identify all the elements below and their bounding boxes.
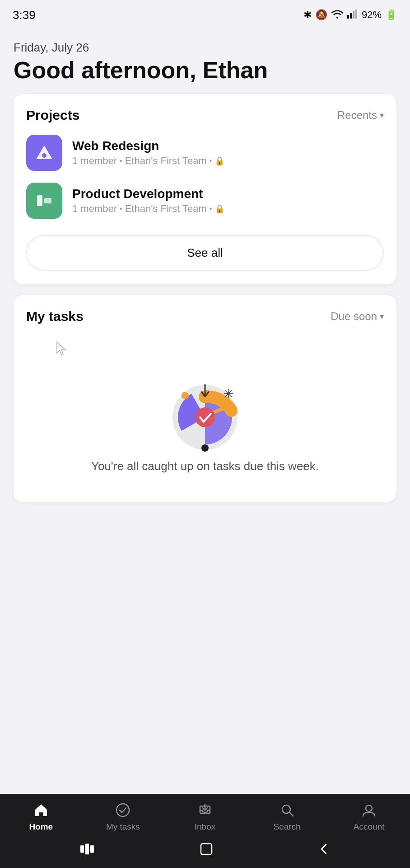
svg-rect-20 (85, 844, 89, 854)
recent-apps-button[interactable] (80, 844, 94, 854)
svg-point-10 (182, 392, 189, 399)
nav-label-search: Search (273, 822, 300, 832)
nav-item-inbox[interactable]: Inbox (164, 801, 246, 832)
nav-label-my-tasks: My tasks (106, 822, 140, 832)
project-item[interactable]: Web Redesign 1 member • Ethan's First Te… (26, 135, 384, 171)
back-button[interactable] (319, 843, 330, 855)
project-members: 1 member (72, 203, 117, 215)
project-icon-web-redesign (26, 135, 62, 171)
project-info-product-dev: Product Development 1 member • Ethan's F… (72, 187, 224, 215)
nav-item-home[interactable]: Home (0, 801, 82, 832)
my-tasks-card: My tasks Due soon ▾ (14, 295, 396, 501)
svg-rect-7 (44, 198, 51, 203)
projects-title: Projects (26, 108, 79, 123)
chevron-down-icon: ▾ (380, 110, 384, 120)
main-content: Friday, July 26 Good afternoon, Ethan Pr… (0, 27, 410, 794)
cursor-area (26, 336, 384, 359)
svg-text:✳: ✳ (223, 387, 233, 401)
signal-icon (347, 9, 358, 21)
project-meta: 1 member • Ethan's First Team • 🔒 (72, 155, 224, 167)
battery-level: 92% (362, 9, 382, 21)
tasks-title: My tasks (26, 309, 84, 324)
svg-point-18 (366, 805, 372, 811)
tasks-filter-label: Due soon (331, 310, 377, 323)
svg-point-14 (116, 804, 129, 816)
separator: • (120, 157, 122, 165)
status-time: 3:39 (13, 8, 36, 22)
tasks-filter[interactable]: Due soon ▾ (331, 310, 384, 323)
status-icons: ✱ 🔕 92% 🔋 (303, 9, 397, 21)
projects-filter-label: Recents (337, 109, 377, 122)
greeting-section: Friday, July 26 Good afternoon, Ethan (14, 36, 396, 83)
svg-rect-2 (353, 11, 354, 19)
nav-label-account: Account (354, 822, 385, 832)
project-team: Ethan's First Team (125, 203, 207, 215)
projects-card: Projects Recents ▾ Web Redesign 1 member… (14, 94, 396, 284)
svg-rect-22 (201, 844, 212, 854)
svg-rect-0 (347, 15, 349, 19)
svg-rect-21 (90, 845, 94, 853)
home-button[interactable] (200, 843, 213, 855)
project-meta: 1 member • Ethan's First Team • 🔒 (72, 203, 224, 215)
nav-label-home: Home (29, 822, 53, 832)
projects-header: Projects Recents ▾ (26, 108, 384, 123)
svg-rect-3 (355, 9, 357, 19)
tasks-header: My tasks Due soon ▾ (26, 309, 384, 324)
nav-items: Home My tasks Inbox (0, 801, 410, 835)
svg-point-11 (201, 444, 209, 452)
separator: • (120, 205, 122, 213)
bluetooth-icon: ✱ (303, 9, 312, 21)
separator2: • (210, 205, 212, 213)
nav-item-search[interactable]: Search (246, 801, 328, 832)
battery-icon: 🔋 (385, 9, 397, 21)
greeting-title: Good afternoon, Ethan (14, 57, 396, 83)
wifi-icon (331, 9, 344, 21)
tasks-empty-text: You're all caught up on tasks due this w… (91, 458, 319, 474)
lock-icon: 🔒 (214, 204, 224, 214)
project-team: Ethan's First Team (125, 155, 207, 167)
nav-item-account[interactable]: Account (328, 801, 410, 832)
account-icon (361, 801, 377, 819)
tasks-empty-state: ✳ You're all caught up on tasks due this… (26, 359, 384, 483)
bottom-nav: Home My tasks Inbox (0, 794, 410, 868)
tasks-illustration: ✳ (164, 372, 246, 458)
svg-point-5 (42, 153, 47, 158)
svg-rect-19 (80, 845, 84, 853)
nav-label-inbox: Inbox (195, 822, 215, 832)
project-item[interactable]: Product Development 1 member • Ethan's F… (26, 183, 384, 219)
svg-point-9 (195, 407, 215, 427)
system-nav-bar (0, 835, 410, 864)
projects-filter[interactable]: Recents ▾ (337, 109, 384, 122)
home-icon (33, 801, 49, 819)
search-icon (280, 801, 295, 819)
project-name: Product Development (72, 187, 224, 201)
see-all-button[interactable]: See all (26, 235, 384, 271)
svg-rect-6 (37, 195, 42, 206)
lock-icon: 🔒 (214, 156, 224, 166)
nav-item-my-tasks[interactable]: My tasks (82, 801, 164, 832)
greeting-date: Friday, July 26 (14, 41, 396, 55)
silent-icon: 🔕 (315, 9, 327, 21)
chevron-down-icon: ▾ (380, 311, 384, 321)
project-members: 1 member (72, 155, 117, 167)
separator2: • (210, 157, 212, 165)
svg-rect-1 (350, 13, 352, 19)
project-info-web-redesign: Web Redesign 1 member • Ethan's First Te… (72, 139, 224, 167)
cursor-icon (53, 340, 70, 357)
svg-line-17 (289, 812, 293, 816)
my-tasks-icon (115, 801, 130, 819)
project-icon-product-dev (26, 183, 62, 219)
project-name: Web Redesign (72, 139, 224, 153)
status-bar: 3:39 ✱ 🔕 92% 🔋 (0, 0, 410, 27)
inbox-icon (197, 801, 213, 819)
